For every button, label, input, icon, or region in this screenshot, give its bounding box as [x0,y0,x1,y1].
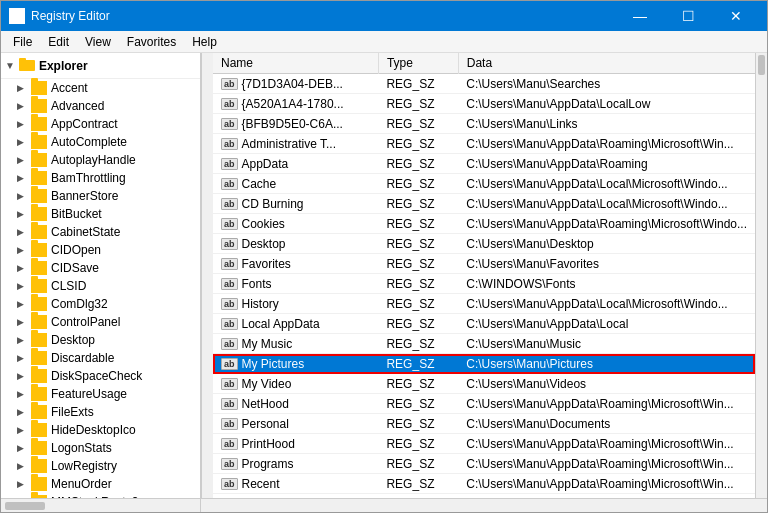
sidebar-item-comdlg32[interactable]: ▶ ComDlg32 [1,295,200,313]
sidebar-item-autocomplete[interactable]: ▶ AutoComplete [1,133,200,151]
table-row[interactable]: ab{BFB9D5E0-C6A...REG_SZC:\Users\Manu\Li… [213,114,755,134]
reg-ab-icon: ab [221,218,238,230]
table-row[interactable]: abPrintHoodREG_SZC:\Users\Manu\AppData\R… [213,434,755,454]
table-row[interactable]: abFontsREG_SZC:\WINDOWS\Fonts [213,274,755,294]
table-body: ab{7D1D3A04-DEB...REG_SZC:\Users\Manu\Se… [213,74,755,499]
cell-name: abFonts [213,274,378,294]
menu-item-favorites[interactable]: Favorites [119,33,184,51]
cell-name: abNetHood [213,394,378,414]
cell-data: C:\WINDOWS\Fonts [458,274,755,294]
sidebar-item-bamthrottling[interactable]: ▶ BamThrottling [1,169,200,187]
sidebar-item-hidedesktopico[interactable]: ▶ HideDesktopIco [1,421,200,439]
sidebar-item-label: CabinetState [51,225,120,239]
sidebar-item-cidsave[interactable]: ▶ CIDSave [1,259,200,277]
menu-item-view[interactable]: View [77,33,119,51]
sidebar-item-bannerstore[interactable]: ▶ BannerStore [1,187,200,205]
sidebar-arrow-icon: ▶ [17,137,31,147]
sidebar-arrow-icon: ▶ [17,335,31,345]
sidebar-item-label: AppContract [51,117,118,131]
folder-icon [31,297,47,311]
table-row[interactable]: abNetHoodREG_SZC:\Users\Manu\AppData\Roa… [213,394,755,414]
reg-ab-icon: ab [221,98,238,110]
reg-ab-icon: ab [221,158,238,170]
table-row[interactable]: abMy VideoREG_SZC:\Users\Manu\Videos [213,374,755,394]
sidebar-item-autoplayhandle[interactable]: ▶ AutoplayHandle [1,151,200,169]
sidebar-arrow-icon: ▶ [17,407,31,417]
table-row[interactable]: ab{A520A1A4-1780...REG_SZC:\Users\Manu\A… [213,94,755,114]
table-row[interactable]: abLocal AppDataREG_SZC:\Users\Manu\AppDa… [213,314,755,334]
table-row[interactable]: abCacheREG_SZC:\Users\Manu\AppData\Local… [213,174,755,194]
col-name[interactable]: Name [213,53,378,74]
sidebar-item-label: MenuOrder [51,477,112,491]
table-row[interactable]: abPersonalREG_SZC:\Users\Manu\Documents [213,414,755,434]
sidebar-item-logonstats[interactable]: ▶ LogonStats [1,439,200,457]
cell-name: ab{BFB9D5E0-C6A... [213,114,378,134]
table-row[interactable]: abAppDataREG_SZC:\Users\Manu\AppData\Roa… [213,154,755,174]
col-type[interactable]: Type [378,53,458,74]
menu-item-file[interactable]: File [5,33,40,51]
table-row[interactable]: ab{7D1D3A04-DEB...REG_SZC:\Users\Manu\Se… [213,74,755,94]
cell-name-value: History [242,297,279,311]
app-icon [9,8,25,24]
col-data[interactable]: Data [458,53,755,74]
cell-name-value: Local AppData [242,317,320,331]
cell-name: abMy Video [213,374,378,394]
sidebar-item-clsid[interactable]: ▶ CLSID [1,277,200,295]
sidebar-item-discardable[interactable]: ▶ Discardable [1,349,200,367]
reg-ab-icon: ab [221,398,238,410]
window-controls: — ☐ ✕ [617,1,759,31]
sidebar-item-appcontract[interactable]: ▶ AppContract [1,115,200,133]
cell-name: abFavorites [213,254,378,274]
folder-icon [31,261,47,275]
sidebar-arrow-icon: ▶ [17,299,31,309]
sidebar-item-advanced[interactable]: ▶ Advanced [1,97,200,115]
content-area: ▼ Explorer ▶ Accent ▶ Advanced ▶ AppCont [1,53,767,498]
table-row[interactable]: abCD BurningREG_SZC:\Users\Manu\AppData\… [213,194,755,214]
table-row[interactable]: abRecentREG_SZC:\Users\Manu\AppData\Roam… [213,474,755,494]
sidebar-arrow-icon: ▶ [17,353,31,363]
sidebar-item-featureusage[interactable]: ▶ FeatureUsage [1,385,200,403]
cell-name-value: Fonts [242,277,272,291]
sidebar-item-label: BamThrottling [51,171,126,185]
sidebar-item-diskspacecheck[interactable]: ▶ DiskSpaceCheck [1,367,200,385]
table-row[interactable]: abFavoritesREG_SZC:\Users\Manu\Favorites [213,254,755,274]
cell-name-value: My Pictures [242,357,305,371]
folder-icon [31,351,47,365]
cell-name-value: Personal [242,417,289,431]
sidebar-arrow-icon: ▶ [17,479,31,489]
sidebar-item-desktop[interactable]: ▶ Desktop [1,331,200,349]
sidebar-hscroll[interactable] [1,499,201,512]
cell-type: REG_SZ [378,354,458,374]
sidebar-item-bitbucket[interactable]: ▶ BitBucket [1,205,200,223]
reg-ab-icon: ab [221,338,238,350]
close-button[interactable]: ✕ [713,1,759,31]
sidebar-arrow-icon: ▶ [17,461,31,471]
cell-name: abAppData [213,154,378,174]
sidebar-scrollbar[interactable] [201,53,213,498]
svg-rect-0 [10,9,16,15]
table-row[interactable]: abProgramsREG_SZC:\Users\Manu\AppData\Ro… [213,454,755,474]
menu-item-edit[interactable]: Edit [40,33,77,51]
title-bar: Registry Editor — ☐ ✕ [1,1,767,31]
sidebar-item-cabinetstate[interactable]: ▶ CabinetState [1,223,200,241]
sidebar-item-controlpanel[interactable]: ▶ ControlPanel [1,313,200,331]
sidebar-arrow-icon: ▶ [17,281,31,291]
sidebar-item-lowregistry[interactable]: ▶ LowRegistry [1,457,200,475]
table-row[interactable]: abMy MusicREG_SZC:\Users\Manu\Music [213,334,755,354]
table-row[interactable]: abHistoryREG_SZC:\Users\Manu\AppData\Loc… [213,294,755,314]
table-row[interactable]: abMy PicturesREG_SZC:\Users\Manu\Picture… [213,354,755,374]
table-row[interactable]: abDesktopREG_SZC:\Users\Manu\Desktop [213,234,755,254]
menu-item-help[interactable]: Help [184,33,225,51]
maximize-button[interactable]: ☐ [665,1,711,31]
main-scrollbar[interactable] [755,53,767,498]
sidebar-item-label: ControlPanel [51,315,120,329]
sidebar-item-accent[interactable]: ▶ Accent [1,79,200,97]
minimize-button[interactable]: — [617,1,663,31]
sidebar-item-cidopen[interactable]: ▶ CIDOpen [1,241,200,259]
sidebar-item-menuorder[interactable]: ▶ MenuOrder [1,475,200,493]
sidebar-arrow-icon: ▶ [17,317,31,327]
sidebar-item-fileexts[interactable]: ▶ FileExts [1,403,200,421]
table-row[interactable]: abCookiesREG_SZC:\Users\Manu\AppData\Roa… [213,214,755,234]
table-row[interactable]: abAdministrative T...REG_SZC:\Users\Manu… [213,134,755,154]
cell-type: REG_SZ [378,294,458,314]
